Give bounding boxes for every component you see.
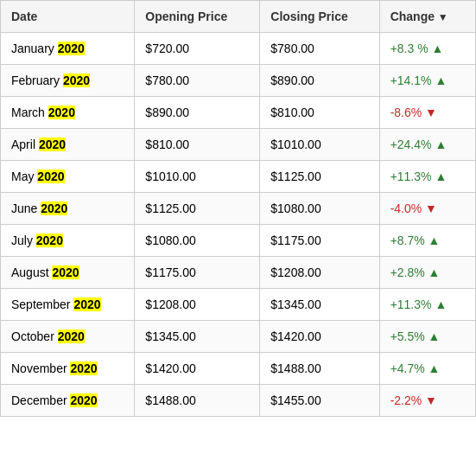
change-header[interactable]: Change	[379, 1, 475, 33]
opening-price-cell: $1010.00	[135, 161, 260, 193]
sort-icon	[438, 10, 448, 23]
change-value: +11.3%	[390, 169, 447, 183]
closing-price-header: Closing Price	[260, 1, 379, 33]
opening-price-cell: $1080.00	[135, 225, 260, 257]
closing-price-cell: $1080.00	[260, 193, 379, 225]
year-highlight: 2020	[73, 297, 100, 311]
date-cell: February 2020	[1, 65, 135, 97]
table-row: January 2020$720.00$780.00+8.3 %	[1, 33, 476, 65]
closing-price-cell: $1488.00	[260, 353, 379, 385]
date-cell: March 2020	[1, 97, 135, 129]
table-row: December 2020$1488.00$1455.00-2.2%	[1, 385, 476, 417]
year-highlight: 2020	[37, 169, 64, 183]
change-value: +8.3 %	[390, 42, 444, 55]
change-cell: +11.3%	[379, 161, 475, 193]
year-highlight: 2020	[48, 106, 75, 119]
closing-price-cell: $1125.00	[260, 161, 379, 193]
year-highlight: 2020	[58, 42, 85, 55]
year-highlight: 2020	[41, 201, 67, 215]
closing-price-cell: $1175.00	[260, 225, 379, 257]
opening-price-cell: $1208.00	[135, 289, 260, 321]
year-highlight: 2020	[70, 393, 97, 407]
change-cell: -2.2%	[379, 385, 475, 417]
change-value: -8.6%	[390, 106, 437, 119]
table-row: July 2020$1080.00$1175.00+8.7%	[1, 225, 476, 257]
change-value: -2.2%	[390, 393, 437, 407]
table-row: February 2020$780.00$890.00+14.1%	[1, 65, 476, 97]
change-value: +4.7%	[390, 361, 441, 375]
table-row: September 2020$1208.00$1345.00+11.3%	[1, 289, 476, 321]
closing-price-cell: $810.00	[260, 97, 379, 129]
date-cell: June 2020	[1, 193, 135, 225]
closing-price-cell: $1455.00	[260, 385, 379, 417]
change-value: +11.3%	[390, 297, 447, 311]
change-cell: -8.6%	[379, 97, 475, 129]
opening-price-cell: $1420.00	[135, 353, 260, 385]
change-value: +2.8%	[390, 265, 441, 279]
opening-price-cell: $720.00	[135, 33, 260, 65]
date-cell: September 2020	[1, 289, 135, 321]
change-cell: +11.3%	[379, 289, 475, 321]
opening-price-cell: $1488.00	[135, 385, 260, 417]
table-row: August 2020$1175.00$1208.00+2.8%	[1, 257, 476, 289]
price-table: Date Opening Price Closing Price Change …	[0, 0, 476, 417]
table-row: June 2020$1125.00$1080.00-4.0%	[1, 193, 476, 225]
table-row: May 2020$1010.00$1125.00+11.3%	[1, 161, 476, 193]
closing-price-cell: $890.00	[260, 65, 379, 97]
closing-price-cell: $780.00	[260, 33, 379, 65]
opening-price-cell: $890.00	[135, 97, 260, 129]
year-highlight: 2020	[39, 137, 66, 151]
closing-price-cell: $1420.00	[260, 321, 379, 353]
date-header: Date	[1, 1, 135, 33]
table-row: April 2020$810.00$1010.00+24.4%	[1, 129, 476, 161]
date-cell: April 2020	[1, 129, 135, 161]
year-highlight: 2020	[63, 74, 90, 87]
date-cell: August 2020	[1, 257, 135, 289]
change-value: -4.0%	[390, 201, 437, 215]
opening-price-cell: $780.00	[135, 65, 260, 97]
year-highlight: 2020	[36, 233, 63, 247]
date-cell: December 2020	[1, 385, 135, 417]
opening-price-cell: $1175.00	[135, 257, 260, 289]
opening-price-header: Opening Price	[135, 1, 260, 33]
change-cell: +5.5%	[379, 321, 475, 353]
opening-price-cell: $1345.00	[135, 321, 260, 353]
change-cell: +8.3 %	[379, 33, 475, 65]
opening-price-cell: $810.00	[135, 129, 260, 161]
change-value: +24.4%	[390, 137, 447, 151]
year-highlight: 2020	[70, 361, 97, 375]
opening-price-cell: $1125.00	[135, 193, 260, 225]
date-cell: May 2020	[1, 161, 135, 193]
change-cell: +2.8%	[379, 257, 475, 289]
closing-price-cell: $1208.00	[260, 257, 379, 289]
change-value: +14.1%	[390, 74, 447, 87]
table-row: March 2020$890.00$810.00-8.6%	[1, 97, 476, 129]
date-cell: January 2020	[1, 33, 135, 65]
change-value: +8.7%	[390, 233, 441, 247]
change-cell: +4.7%	[379, 353, 475, 385]
date-cell: July 2020	[1, 225, 135, 257]
change-cell: +8.7%	[379, 225, 475, 257]
year-highlight: 2020	[58, 329, 85, 343]
date-cell: November 2020	[1, 353, 135, 385]
year-highlight: 2020	[52, 265, 79, 279]
closing-price-cell: $1345.00	[260, 289, 379, 321]
table-row: November 2020$1420.00$1488.00+4.7%	[1, 353, 476, 385]
change-cell: +24.4%	[379, 129, 475, 161]
change-cell: -4.0%	[379, 193, 475, 225]
change-value: +5.5%	[390, 329, 441, 343]
closing-price-cell: $1010.00	[260, 129, 379, 161]
change-cell: +14.1%	[379, 65, 475, 97]
table-row: October 2020$1345.00$1420.00+5.5%	[1, 321, 476, 353]
date-cell: October 2020	[1, 321, 135, 353]
